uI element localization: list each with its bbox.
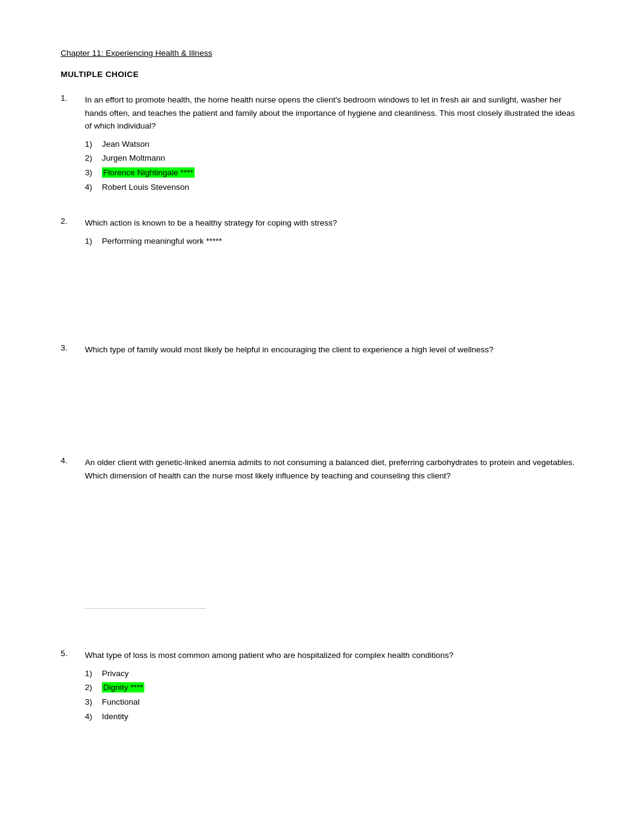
answer-item-1-1: 1)Jean Watson	[85, 138, 583, 151]
question-item-3: 3.Which type of family would most likely…	[61, 343, 583, 434]
answer-item-5-4: 4)Identity	[85, 710, 583, 723]
answer-item-2-1: 1)Performing meaningful work *****	[85, 235, 583, 248]
chapter-title: Chapter 11: Experiencing Health & Illnes…	[61, 49, 583, 58]
question-item-1: 1.In an effort to promote health, the ho…	[61, 93, 583, 195]
question-text-4: An older client with genetic-linked anem…	[85, 456, 583, 482]
answer-text: Florence Nightingale ****	[102, 166, 583, 179]
question-number-1: 1.	[61, 93, 85, 102]
answer-item-5-3: 3)Functional	[85, 696, 583, 709]
answer-text: Jean Watson	[102, 138, 583, 151]
answer-text: Performing meaningful work *****	[102, 235, 583, 248]
answer-text: Dignity ****	[102, 681, 583, 694]
answer-number: 1)	[85, 138, 102, 151]
answer-text: Robert Louis Stevenson	[102, 181, 583, 194]
question-item-4: 4.An older client with genetic-linked an…	[61, 456, 583, 627]
answer-number: 3)	[85, 166, 102, 179]
answer-number: 1)	[85, 235, 102, 248]
question-text-5: What type of loss is most common among p…	[85, 649, 583, 662]
answers-list-2: 1)Performing meaningful work *****	[85, 235, 583, 248]
answers-list-1: 1)Jean Watson2)Jurgen Moltmann3)Florence…	[85, 138, 583, 193]
question-number-2: 2.	[61, 216, 85, 226]
spacer	[85, 487, 583, 596]
answer-number: 4)	[85, 710, 102, 723]
question-item-5: 5.What type of loss is most common among…	[61, 649, 583, 724]
answer-text: Identity	[102, 710, 583, 723]
answer-item-5-1: 1)Privacy	[85, 667, 583, 680]
questions-list: 1.In an effort to promote health, the ho…	[61, 93, 583, 724]
question-content-3: Which type of family would most likely b…	[85, 343, 583, 434]
answer-item-5-2: 2)Dignity ****	[85, 681, 583, 694]
answer-number: 2)	[85, 152, 102, 165]
answer-text: Jurgen Moltmann	[102, 152, 583, 165]
spacer	[85, 361, 583, 434]
question-item-2: 2.Which action is known to be a healthy …	[61, 216, 583, 321]
answer-number: 2)	[85, 681, 102, 694]
answer-item-1-4: 4)Robert Louis Stevenson	[85, 181, 583, 194]
highlighted-answer: Dignity ****	[102, 682, 144, 692]
answer-text: Privacy	[102, 667, 583, 680]
question-text-3: Which type of family would most likely b…	[85, 343, 583, 357]
question-number-3: 3.	[61, 343, 85, 352]
question-number-5: 5.	[61, 649, 85, 658]
question-content-1: In an effort to promote health, the home…	[85, 93, 583, 195]
section-title: MULTIPLE CHOICE	[61, 70, 583, 79]
answer-text: Functional	[102, 696, 583, 709]
answer-item-1-2: 2)Jurgen Moltmann	[85, 152, 583, 165]
question-content-5: What type of loss is most common among p…	[85, 649, 583, 724]
spacer	[85, 249, 583, 321]
answers-list-5: 1)Privacy2)Dignity ****3)Functional4)Ide…	[85, 667, 583, 723]
question-number-4: 4.	[61, 456, 85, 465]
question-text-2: Which action is known to be a healthy st…	[85, 216, 583, 230]
answer-number: 1)	[85, 667, 102, 680]
page-divider	[85, 608, 206, 609]
highlighted-answer: Florence Nightingale ****	[102, 167, 195, 178]
question-content-4: An older client with genetic-linked anem…	[85, 456, 583, 627]
question-content-2: Which action is known to be a healthy st…	[85, 216, 583, 321]
answer-number: 3)	[85, 696, 102, 709]
question-text-1: In an effort to promote health, the home…	[85, 93, 583, 133]
answer-number: 4)	[85, 181, 102, 194]
answer-item-1-3: 3)Florence Nightingale ****	[85, 166, 583, 179]
